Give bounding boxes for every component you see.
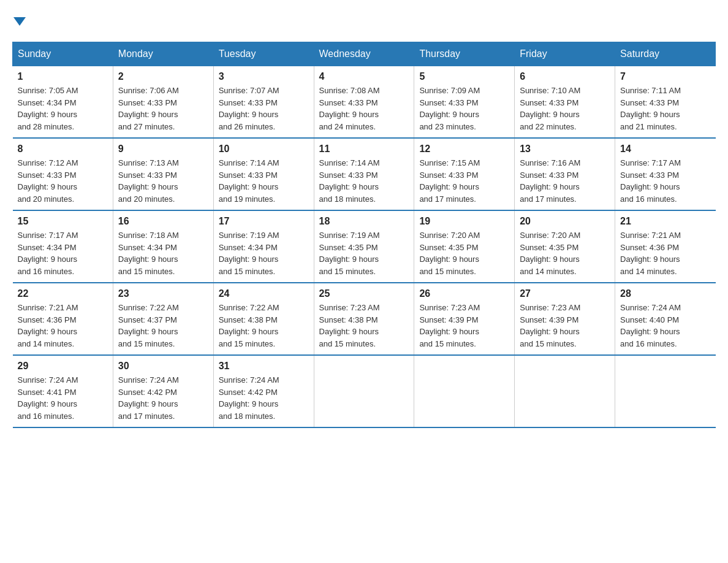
day-number: 26: [419, 288, 509, 299]
header-tuesday: Tuesday: [213, 42, 314, 66]
day-number: 22: [18, 288, 108, 299]
day-number: 14: [620, 144, 710, 155]
calendar-cell: 3 Sunrise: 7:07 AM Sunset: 4:33 PM Dayli…: [213, 66, 314, 139]
day-info: Sunrise: 7:21 AM Sunset: 4:36 PM Dayligh…: [18, 302, 108, 350]
calendar-cell: 16 Sunrise: 7:18 AM Sunset: 4:34 PM Dayl…: [113, 210, 213, 283]
day-info: Sunrise: 7:20 AM Sunset: 4:35 PM Dayligh…: [419, 229, 509, 277]
header-thursday: Thursday: [414, 42, 515, 66]
day-info: Sunrise: 7:22 AM Sunset: 4:38 PM Dayligh…: [219, 302, 309, 350]
day-info: Sunrise: 7:24 AM Sunset: 4:41 PM Dayligh…: [18, 374, 108, 422]
calendar-cell: 22 Sunrise: 7:21 AM Sunset: 4:36 PM Dayl…: [13, 283, 113, 355]
day-number: 18: [319, 216, 409, 227]
week-row-3: 15 Sunrise: 7:17 AM Sunset: 4:34 PM Dayl…: [13, 210, 716, 283]
day-info: Sunrise: 7:17 AM Sunset: 4:33 PM Dayligh…: [620, 157, 710, 205]
day-info: Sunrise: 7:06 AM Sunset: 4:33 PM Dayligh…: [118, 85, 208, 132]
day-number: 27: [520, 288, 610, 299]
day-number: 23: [118, 288, 208, 299]
calendar-cell: [314, 355, 414, 427]
day-info: Sunrise: 7:16 AM Sunset: 4:33 PM Dayligh…: [520, 157, 610, 205]
calendar-cell: 1 Sunrise: 7:05 AM Sunset: 4:34 PM Dayli…: [13, 66, 113, 139]
day-number: 15: [18, 216, 108, 227]
week-row-5: 29 Sunrise: 7:24 AM Sunset: 4:41 PM Dayl…: [13, 355, 716, 427]
day-number: 7: [620, 71, 710, 82]
day-info: Sunrise: 7:19 AM Sunset: 4:35 PM Dayligh…: [319, 229, 409, 277]
header-wednesday: Wednesday: [314, 42, 414, 66]
day-info: Sunrise: 7:22 AM Sunset: 4:37 PM Dayligh…: [118, 302, 208, 350]
page-header: [12, 12, 716, 29]
calendar-cell: 30 Sunrise: 7:24 AM Sunset: 4:42 PM Dayl…: [113, 355, 213, 427]
day-number: 10: [219, 144, 309, 155]
day-number: 8: [18, 144, 108, 155]
day-info: Sunrise: 7:15 AM Sunset: 4:33 PM Dayligh…: [419, 157, 509, 205]
calendar-cell: 20 Sunrise: 7:20 AM Sunset: 4:35 PM Dayl…: [515, 210, 615, 283]
day-number: 29: [18, 361, 108, 372]
logo-triangle-icon: [13, 17, 26, 26]
day-number: 5: [419, 71, 509, 82]
day-info: Sunrise: 7:23 AM Sunset: 4:39 PM Dayligh…: [520, 302, 610, 350]
calendar-cell: 24 Sunrise: 7:22 AM Sunset: 4:38 PM Dayl…: [213, 283, 314, 355]
day-info: Sunrise: 7:09 AM Sunset: 4:33 PM Dayligh…: [419, 85, 509, 132]
calendar-cell: [615, 355, 716, 427]
day-number: 30: [118, 361, 208, 372]
day-number: 9: [118, 144, 208, 155]
header-friday: Friday: [515, 42, 615, 66]
calendar-cell: 17 Sunrise: 7:19 AM Sunset: 4:34 PM Dayl…: [213, 210, 314, 283]
day-info: Sunrise: 7:10 AM Sunset: 4:33 PM Dayligh…: [520, 85, 610, 132]
day-info: Sunrise: 7:11 AM Sunset: 4:33 PM Dayligh…: [620, 85, 710, 132]
header-saturday: Saturday: [615, 42, 716, 66]
day-info: Sunrise: 7:07 AM Sunset: 4:33 PM Dayligh…: [219, 85, 309, 132]
calendar-cell: 14 Sunrise: 7:17 AM Sunset: 4:33 PM Dayl…: [615, 138, 716, 210]
calendar-cell: [515, 355, 615, 427]
day-info: Sunrise: 7:23 AM Sunset: 4:39 PM Dayligh…: [419, 302, 509, 350]
day-number: 17: [219, 216, 309, 227]
header-sunday: Sunday: [13, 42, 113, 66]
calendar-cell: 8 Sunrise: 7:12 AM Sunset: 4:33 PM Dayli…: [13, 138, 113, 210]
calendar-cell: 25 Sunrise: 7:23 AM Sunset: 4:38 PM Dayl…: [314, 283, 414, 355]
day-number: 4: [319, 71, 409, 82]
day-info: Sunrise: 7:24 AM Sunset: 4:40 PM Dayligh…: [620, 302, 710, 350]
day-number: 11: [319, 144, 409, 155]
calendar-cell: 15 Sunrise: 7:17 AM Sunset: 4:34 PM Dayl…: [13, 210, 113, 283]
calendar-cell: 7 Sunrise: 7:11 AM Sunset: 4:33 PM Dayli…: [615, 66, 716, 139]
day-number: 28: [620, 288, 710, 299]
calendar-cell: 23 Sunrise: 7:22 AM Sunset: 4:37 PM Dayl…: [113, 283, 213, 355]
calendar-cell: 5 Sunrise: 7:09 AM Sunset: 4:33 PM Dayli…: [414, 66, 515, 139]
day-info: Sunrise: 7:24 AM Sunset: 4:42 PM Dayligh…: [118, 374, 208, 422]
day-info: Sunrise: 7:21 AM Sunset: 4:36 PM Dayligh…: [620, 229, 710, 277]
day-number: 13: [520, 144, 610, 155]
calendar-cell: 18 Sunrise: 7:19 AM Sunset: 4:35 PM Dayl…: [314, 210, 414, 283]
calendar-cell: 6 Sunrise: 7:10 AM Sunset: 4:33 PM Dayli…: [515, 66, 615, 139]
calendar-cell: 19 Sunrise: 7:20 AM Sunset: 4:35 PM Dayl…: [414, 210, 515, 283]
day-number: 2: [118, 71, 208, 82]
day-number: 24: [219, 288, 309, 299]
day-number: 20: [520, 216, 610, 227]
day-info: Sunrise: 7:13 AM Sunset: 4:33 PM Dayligh…: [118, 157, 208, 205]
calendar-cell: 2 Sunrise: 7:06 AM Sunset: 4:33 PM Dayli…: [113, 66, 213, 139]
day-number: 21: [620, 216, 710, 227]
header-monday: Monday: [113, 42, 213, 66]
day-number: 19: [419, 216, 509, 227]
calendar-cell: 10 Sunrise: 7:14 AM Sunset: 4:33 PM Dayl…: [213, 138, 314, 210]
day-info: Sunrise: 7:12 AM Sunset: 4:33 PM Dayligh…: [18, 157, 108, 205]
day-info: Sunrise: 7:19 AM Sunset: 4:34 PM Dayligh…: [219, 229, 309, 277]
day-number: 1: [18, 71, 108, 82]
day-info: Sunrise: 7:14 AM Sunset: 4:33 PM Dayligh…: [219, 157, 309, 205]
day-number: 31: [219, 361, 309, 372]
day-number: 6: [520, 71, 610, 82]
calendar-header-row: SundayMondayTuesdayWednesdayThursdayFrid…: [13, 42, 716, 66]
calendar-cell: 13 Sunrise: 7:16 AM Sunset: 4:33 PM Dayl…: [515, 138, 615, 210]
day-info: Sunrise: 7:05 AM Sunset: 4:34 PM Dayligh…: [18, 85, 108, 132]
calendar-cell: 4 Sunrise: 7:08 AM Sunset: 4:33 PM Dayli…: [314, 66, 414, 139]
calendar-cell: 11 Sunrise: 7:14 AM Sunset: 4:33 PM Dayl…: [314, 138, 414, 210]
day-info: Sunrise: 7:17 AM Sunset: 4:34 PM Dayligh…: [18, 229, 108, 277]
calendar-cell: 27 Sunrise: 7:23 AM Sunset: 4:39 PM Dayl…: [515, 283, 615, 355]
calendar-cell: [414, 355, 515, 427]
day-number: 12: [419, 144, 509, 155]
logo-text: [12, 12, 26, 29]
logo: [12, 12, 26, 29]
week-row-2: 8 Sunrise: 7:12 AM Sunset: 4:33 PM Dayli…: [13, 138, 716, 210]
calendar-cell: 28 Sunrise: 7:24 AM Sunset: 4:40 PM Dayl…: [615, 283, 716, 355]
day-info: Sunrise: 7:23 AM Sunset: 4:38 PM Dayligh…: [319, 302, 409, 350]
day-info: Sunrise: 7:20 AM Sunset: 4:35 PM Dayligh…: [520, 229, 610, 277]
day-number: 25: [319, 288, 409, 299]
